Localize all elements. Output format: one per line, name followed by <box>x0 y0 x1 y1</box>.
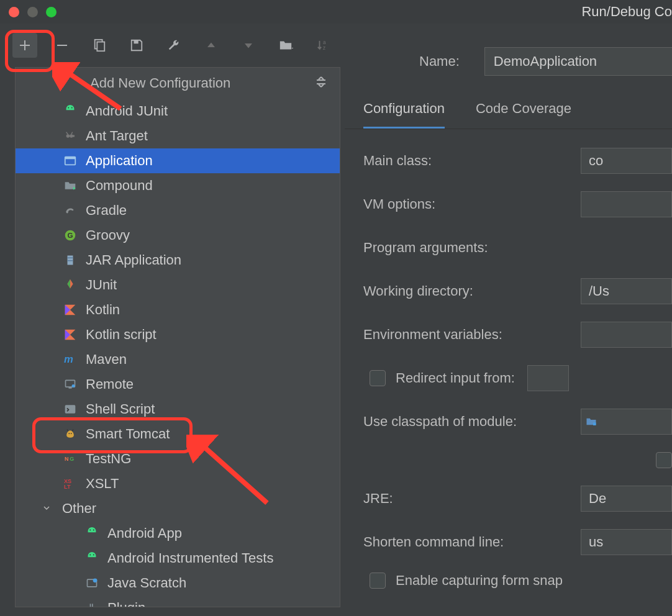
chevron-down-icon <box>42 500 52 517</box>
config-type-xslt[interactable]: XSLTXSLT <box>16 471 340 496</box>
form-area: Main class: VM options: Program argument… <box>345 129 672 589</box>
tab-configuration[interactable]: Configuration <box>363 94 445 129</box>
sort-az-icon: az <box>316 38 330 52</box>
config-type-label: Application <box>86 153 153 169</box>
config-type-ant-target[interactable]: Ant Target <box>16 124 340 148</box>
svg-point-22 <box>72 384 75 387</box>
move-down-button[interactable] <box>236 33 261 58</box>
remove-config-button[interactable] <box>50 33 75 58</box>
window-title: Run/Debug Co <box>581 4 672 20</box>
other-category[interactable]: Other <box>16 496 340 521</box>
program-args-label: Program arguments: <box>363 240 581 256</box>
config-type-label: Kotlin <box>86 302 120 318</box>
svg-rect-38 <box>92 604 93 607</box>
plus-icon <box>17 38 32 53</box>
config-type-label: Ant Target <box>86 128 148 144</box>
minimize-window-button[interactable] <box>27 7 38 17</box>
close-window-button[interactable] <box>9 7 19 17</box>
snapshot-checkbox[interactable] <box>370 573 386 589</box>
svg-point-9 <box>66 134 70 138</box>
config-name-input[interactable] <box>484 47 672 76</box>
android-icon <box>62 103 78 119</box>
svg-text:G: G <box>70 456 74 462</box>
shorten-input[interactable] <box>581 529 672 555</box>
remote-icon <box>62 376 78 392</box>
add-configuration-popup: Add New Configuration Android JUnitAnt T… <box>15 67 340 607</box>
svg-rect-3 <box>134 40 138 44</box>
classpath-label: Use classpath of module: <box>363 414 581 430</box>
tab-code-coverage[interactable]: Code Coverage <box>476 94 571 129</box>
android-icon <box>84 525 100 541</box>
jre-input[interactable] <box>581 486 672 512</box>
sort-button[interactable]: az <box>311 33 335 58</box>
config-type-label: Plugin <box>107 600 145 607</box>
env-vars-input[interactable] <box>581 322 672 348</box>
folder-icon <box>62 178 78 194</box>
config-type-testng[interactable]: NGTestNG <box>16 446 340 471</box>
edit-templates-button[interactable] <box>161 33 186 58</box>
main-class-input[interactable] <box>581 148 672 174</box>
config-type-label: Compound <box>86 178 153 194</box>
config-type-android-app[interactable]: Android App <box>16 521 340 546</box>
svg-rect-17 <box>68 258 73 259</box>
config-type-groovy[interactable]: GGroovy <box>16 223 340 248</box>
collapse-icon[interactable] <box>314 75 329 92</box>
classpath-row: Use classpath of module: <box>363 409 672 435</box>
redirect-label: Redirect input from: <box>396 370 515 386</box>
config-type-junit[interactable]: JUnit <box>16 273 340 297</box>
tabs: Configuration Code Coverage <box>345 94 672 129</box>
config-type-jar-application[interactable]: JAR Application <box>16 248 340 273</box>
svg-point-35 <box>93 579 98 583</box>
config-type-remote[interactable]: Remote <box>16 372 340 397</box>
redirect-checkbox[interactable] <box>370 370 386 386</box>
vm-options-input[interactable] <box>581 191 672 217</box>
shorten-label: Shorten command line: <box>363 534 581 550</box>
config-type-plugin[interactable]: Plugin <box>16 596 340 607</box>
config-type-android-instrumented-tests[interactable]: Android Instrumented Tests <box>16 546 340 571</box>
include-deps-checkbox[interactable] <box>656 452 672 468</box>
android-icon <box>84 550 100 566</box>
working-dir-row: Working directory: <box>363 278 672 304</box>
jre-label: JRE: <box>363 491 581 507</box>
config-type-label: Gradle <box>86 202 127 219</box>
config-type-application[interactable]: Application <box>16 148 340 173</box>
folder-button[interactable]: + <box>273 33 298 58</box>
add-config-button[interactable] <box>12 33 37 58</box>
svg-point-32 <box>89 555 91 556</box>
config-type-smart-tomcat[interactable]: Smart Tomcat <box>16 422 340 446</box>
maven-icon: m <box>62 351 78 368</box>
env-vars-label: Environment variables: <box>363 327 581 343</box>
config-type-maven[interactable]: mMaven <box>16 347 340 372</box>
config-type-compound[interactable]: Compound <box>16 173 340 198</box>
vm-options-label: VM options: <box>363 196 581 212</box>
svg-rect-23 <box>65 405 76 413</box>
redirect-input[interactable] <box>527 365 569 391</box>
xslt-icon: XSLT <box>62 476 78 492</box>
module-icon <box>585 416 597 427</box>
config-type-android-junit[interactable]: Android JUnit <box>16 99 340 124</box>
svg-text:N: N <box>65 456 69 462</box>
config-type-label: Java Scratch <box>107 575 186 591</box>
copy-config-button[interactable] <box>87 33 112 58</box>
move-up-button[interactable] <box>199 33 224 58</box>
working-dir-input[interactable] <box>581 278 672 304</box>
popup-list[interactable]: Android JUnitAnt TargetApplicationCompou… <box>16 99 340 607</box>
config-type-shell-script[interactable]: Shell Script <box>16 397 340 422</box>
svg-rect-0 <box>57 45 67 46</box>
config-type-gradle[interactable]: Gradle <box>16 198 340 223</box>
config-type-label: Android Instrumented Tests <box>107 550 273 566</box>
config-type-label: Kotlin script <box>86 327 157 343</box>
popup-header: Add New Configuration <box>16 68 340 99</box>
config-type-label: Smart Tomcat <box>86 426 170 442</box>
shell-icon <box>62 401 78 417</box>
config-type-java-scratch[interactable]: Java Scratch <box>16 571 340 596</box>
testng-icon: NG <box>62 451 78 467</box>
svg-point-24 <box>69 433 70 434</box>
tomcat-icon <box>62 426 78 442</box>
config-type-kotlin[interactable]: Kotlin <box>16 297 340 322</box>
config-type-kotlin-script[interactable]: Kotlin script <box>16 322 340 347</box>
classpath-select[interactable] <box>581 409 672 435</box>
maximize-window-button[interactable] <box>46 7 57 17</box>
svg-rect-13 <box>65 157 76 160</box>
save-config-button[interactable] <box>124 33 149 58</box>
